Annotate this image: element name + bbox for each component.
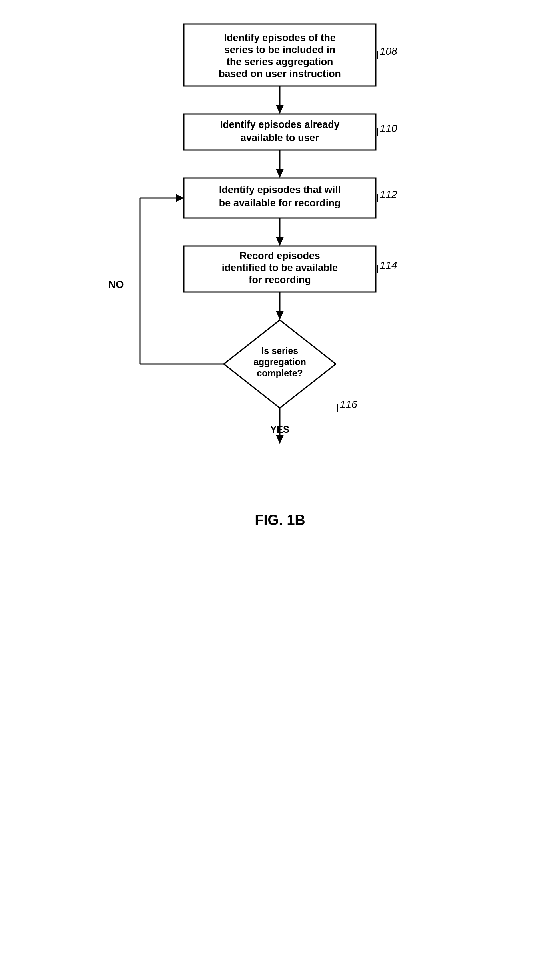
box-108-text-3: the series aggregation: [227, 56, 333, 67]
box-112-text-1: Identify episodes that will: [219, 184, 341, 195]
box-108-text-4: based on user instruction: [219, 68, 341, 79]
diamond-text-3: complete?: [257, 368, 303, 378]
ref-112: 112: [380, 188, 397, 200]
ref-108: 108: [380, 45, 397, 57]
box-114-rect: [184, 246, 376, 292]
arrow-108-110-head: [276, 105, 284, 114]
box-108-text-2: series to be included in: [224, 44, 335, 55]
yes-label: YES: [270, 424, 289, 435]
diamond-116: [224, 320, 336, 408]
no-arrow-head: [176, 194, 184, 202]
box-112-text-2: be available for recording: [219, 197, 341, 208]
box-114-text-3: for recording: [249, 274, 311, 285]
arrow-114-116-head: [276, 311, 284, 320]
box-110-text-1: Identify episodes already: [220, 119, 340, 130]
ref-110: 110: [380, 122, 397, 134]
diagram-container: 108 Identify episodes of the series to b…: [0, 0, 560, 880]
box-110-text-2: available to user: [241, 132, 319, 143]
arrow-112-114-head: [276, 237, 284, 246]
box-112-rect: [184, 178, 376, 218]
box-110-rect: [184, 114, 376, 150]
no-label: NO: [108, 278, 124, 290]
box-114-text-1: Record episodes: [239, 250, 320, 261]
diamond-text-2: aggregation: [253, 357, 306, 367]
box-108-text-1: Identify episodes of the: [224, 32, 335, 43]
box-114-text-2: identified to be available: [222, 262, 338, 273]
ref-116: 116: [340, 398, 357, 410]
diamond-text-1: Is series: [261, 346, 298, 356]
ref-114: 114: [380, 259, 397, 271]
arrow-110-112-head: [276, 169, 284, 178]
box-108-rect: [184, 24, 376, 86]
flowchart-svg: 108 Identify episodes of the series to b…: [0, 0, 560, 880]
yes-arrow-head: [276, 435, 284, 444]
figure-label: FIG. 1B: [255, 512, 305, 529]
